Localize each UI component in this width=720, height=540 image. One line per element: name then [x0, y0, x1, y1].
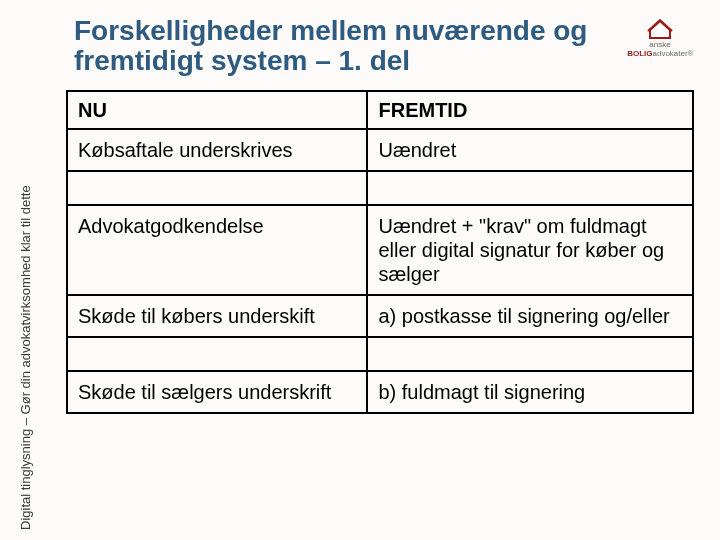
- header-nu: NU: [67, 91, 367, 129]
- table-row: Advokatgodkendelse Uændret + "krav" om f…: [67, 205, 693, 295]
- cell-fremtid: b) fuldmagt til signering: [367, 371, 693, 413]
- table-row: Skøde til købers underskift a) postkasse…: [67, 295, 693, 337]
- page-title: Forskelligheder mellem nuværende og frem…: [74, 16, 674, 76]
- cell-empty: [367, 337, 693, 371]
- cell-nu: Købsaftale underskrives: [67, 129, 367, 171]
- logo-text-line2: BOLIGadvokater®: [627, 50, 693, 58]
- table-row: Købsaftale underskrives Uændret: [67, 129, 693, 171]
- cell-empty: [367, 171, 693, 205]
- cell-fremtid: Uændret + "krav" om fuldmagt eller digit…: [367, 205, 693, 295]
- brand-logo: anske BOLIGadvokater®: [620, 10, 700, 65]
- house-icon: [646, 18, 674, 40]
- table-row-spacer: [67, 171, 693, 205]
- cell-fremtid: Uændret: [367, 129, 693, 171]
- cell-nu: Skøde til sælgers underskrift: [67, 371, 367, 413]
- cell-fremtid: a) postkasse til signering og/eller: [367, 295, 693, 337]
- cell-nu: Advokatgodkendelse: [67, 205, 367, 295]
- sidebar-vertical-caption: Digital tinglysning – Gør din advokatvir…: [18, 60, 33, 530]
- header-fremtid: FREMTID: [367, 91, 693, 129]
- table-row: Skøde til sælgers underskrift b) fuldmag…: [67, 371, 693, 413]
- table-header-row: NU FREMTID: [67, 91, 693, 129]
- cell-empty: [67, 171, 367, 205]
- comparison-table: NU FREMTID Købsaftale underskrives Uændr…: [66, 90, 694, 414]
- cell-empty: [67, 337, 367, 371]
- cell-nu: Skøde til købers underskift: [67, 295, 367, 337]
- logo-text-line1: anske: [649, 41, 670, 49]
- table-row-spacer: [67, 337, 693, 371]
